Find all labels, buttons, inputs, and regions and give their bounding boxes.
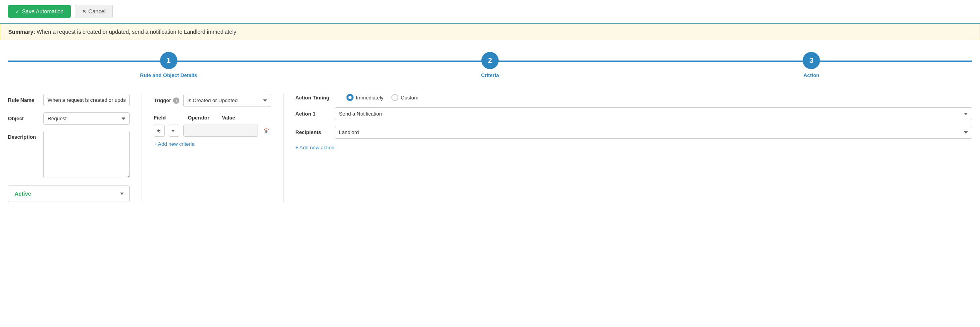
step-1-circle: 1 [160, 52, 177, 69]
rule-name-control [43, 94, 130, 106]
criteria-data-row: Select Status Priority Category equals n… [154, 125, 271, 137]
step-1[interactable]: 1 Rule and Object Details [8, 52, 329, 78]
timing-label: Action Timing [295, 95, 339, 101]
step-3-circle: 3 [803, 52, 820, 69]
object-row: Object Request Work Order Asset Tenant [8, 112, 130, 125]
criteria-delete-button[interactable]: 🗑 [262, 126, 271, 136]
main-content: Rule Name Object Request Work Order Asse… [0, 86, 980, 210]
col-middle: Trigger i is Created or Updated is Creat… [142, 94, 283, 202]
add-criteria-button[interactable]: + Add new criteria [154, 141, 195, 147]
summary-text: When a request is created or updated, se… [37, 29, 236, 35]
rule-name-row: Rule Name [8, 94, 130, 106]
radio-immediately[interactable]: Immediately [346, 94, 383, 101]
step-2[interactable]: 2 Criteria [329, 52, 650, 78]
action1-row: Action 1 Send a Notification Send an Ema… [295, 107, 972, 120]
trigger-info-icon: i [173, 97, 179, 104]
toolbar: ✓ Save Automation ✕ Cancel [0, 0, 980, 24]
criteria-operator-select[interactable]: equals not equals contains [169, 125, 180, 137]
recipients-select[interactable]: Landlord Tenant Manager Assigned User [335, 126, 972, 139]
add-action-label: + Add new action [295, 145, 334, 151]
add-action-container: + Add new action [295, 144, 972, 151]
save-label: Save Automation [22, 8, 64, 15]
trigger-text: Trigger [154, 97, 171, 103]
stepper-container: 1 Rule and Object Details 2 Criteria 3 A… [0, 40, 980, 86]
stepper-steps: 1 Rule and Object Details 2 Criteria 3 A… [8, 52, 972, 78]
radio-custom-circle [391, 94, 398, 101]
cancel-label: Cancel [88, 8, 106, 15]
summary-bar: Summary: When a request is created or up… [0, 24, 980, 40]
action1-label: Action 1 [295, 111, 331, 117]
description-label: Description [8, 131, 43, 140]
recipients-label: Recipients [295, 129, 331, 135]
step-3-number: 3 [809, 57, 813, 65]
criteria-field-select[interactable]: Select Status Priority Category [154, 125, 165, 137]
radio-custom[interactable]: Custom [391, 94, 418, 101]
radio-immediately-circle [346, 94, 354, 101]
status-row: Active Inactive [8, 186, 130, 202]
col-right: Action Timing Immediately Custom Action … [283, 94, 972, 202]
radio-group: Immediately Custom [346, 94, 418, 101]
criteria-value-input[interactable] [183, 125, 258, 137]
step-3[interactable]: 3 Action [651, 52, 972, 78]
status-select[interactable]: Active Inactive [8, 186, 129, 202]
operator-col-header: Operator [188, 115, 218, 121]
add-criteria-label: + Add new criteria [154, 141, 195, 147]
cancel-button[interactable]: ✕ Cancel [75, 5, 113, 18]
status-select-wrapper: Active Inactive [8, 186, 129, 202]
trigger-select[interactable]: is Created or Updated is Created is Upda… [183, 94, 271, 107]
step-2-label: Criteria [481, 72, 499, 78]
rule-name-label: Rule Name [8, 94, 43, 103]
summary-prefix: Summary: [8, 29, 35, 35]
trash-icon: 🗑 [263, 127, 270, 134]
description-row: Description [8, 131, 130, 179]
rule-name-input[interactable] [43, 94, 130, 106]
object-select[interactable]: Request Work Order Asset Tenant [43, 112, 130, 125]
action-timing-row: Action Timing Immediately Custom [295, 94, 972, 101]
stepper: 1 Rule and Object Details 2 Criteria 3 A… [8, 52, 972, 78]
trigger-label: Trigger i [154, 97, 179, 104]
criteria-header-row: Field Operator Value [154, 115, 271, 121]
cross-icon: ✕ [82, 9, 86, 14]
step-1-number: 1 [167, 57, 171, 65]
checkmark-icon: ✓ [15, 8, 20, 15]
value-col-header: Value [222, 115, 258, 121]
field-col-header: Field [154, 115, 184, 121]
radio-immediately-label: Immediately [356, 95, 383, 101]
step-2-circle: 2 [481, 52, 499, 69]
add-action-button[interactable]: + Add new action [295, 145, 334, 151]
radio-custom-label: Custom [401, 95, 418, 101]
description-textarea[interactable] [43, 131, 130, 178]
save-button[interactable]: ✓ Save Automation [8, 5, 71, 18]
step-1-label: Rule and Object Details [140, 72, 197, 78]
col-left: Rule Name Object Request Work Order Asse… [8, 94, 142, 202]
recipients-row: Recipients Landlord Tenant Manager Assig… [295, 126, 972, 139]
action1-select[interactable]: Send a Notification Send an Email Update… [335, 107, 972, 120]
trigger-row: Trigger i is Created or Updated is Creat… [154, 94, 271, 107]
object-control: Request Work Order Asset Tenant [43, 112, 130, 125]
step-3-label: Action [803, 72, 819, 78]
description-control [43, 131, 130, 179]
step-2-number: 2 [488, 57, 492, 65]
object-label: Object [8, 112, 43, 121]
